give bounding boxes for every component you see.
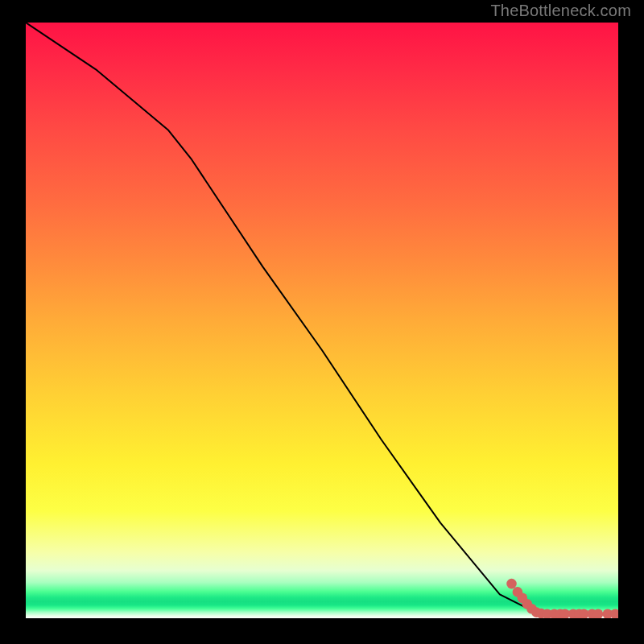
curve-line: [26, 23, 547, 614]
marker-dot: [506, 579, 517, 589]
marker-dot: [610, 609, 618, 619]
chart-stage: TheBottleneck.com: [0, 0, 644, 644]
attribution-label: TheBottleneck.com: [490, 2, 631, 20]
marker-dots: [506, 579, 618, 618]
plot-overlay: [26, 23, 618, 618]
plot-area: [26, 23, 618, 618]
